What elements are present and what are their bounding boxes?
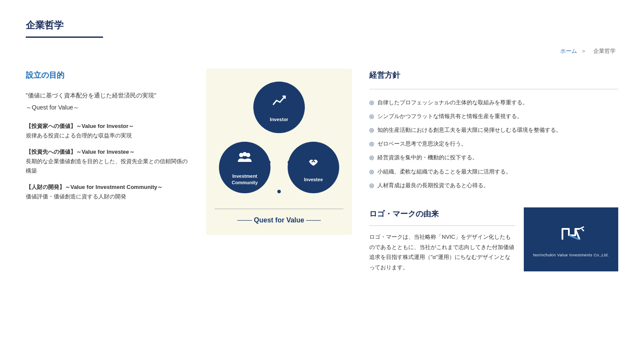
investee-icon [306,153,321,175]
page-wrapper: 企業哲学 ホーム ＞ 企業哲学 設立の目的 "価値に基づく資本配分を通じた経世済… [0,0,644,289]
quest-label: ─── Quest for Value ─── [215,209,343,226]
value-block-1-title: 【投資家への価値】～Value for Investor～ [26,122,189,131]
circle-investor-label: Investor [270,116,289,122]
circle-investee-label: Investee [304,176,323,183]
management-list-item: 経営資源を集中的・機動的に投下する。 [369,153,618,162]
breadcrumb-home[interactable]: ホーム [560,48,577,54]
main-quote: "価値に基づく資本配分を通じた経世済民の実現" [26,91,189,101]
logo-description: ロゴ・マークは、当社略称「NVIC」をデザイン化したものであるとともに、当社がこ… [369,232,515,272]
dot-bottom [277,190,281,193]
logo-image-box: Norinchukin Value Investments Co.,Ltd. [524,207,618,271]
sub-quote: ～Quest for Value～ [26,103,189,113]
logo-section-title: ロゴ・マークの由来 [369,207,515,221]
logo-origin-section: ロゴ・マークの由来 ロゴ・マークは、当社略称「NVIC」をデザイン化したものであ… [369,207,618,272]
page-title: 企業哲学 [26,17,618,33]
circle-investor: Investor [253,82,305,133]
management-list-item: 人材育成は最良の長期投資であると心得る。 [369,181,618,190]
value-block-2-title: 【投資先への価値】～Value for Investee～ [26,147,189,157]
value-block-3-desc: 価値評価・価値創造に資する人財の開発 [26,192,189,201]
svg-line-4 [582,229,584,231]
logo-company-name: Norinchukin Value Investments Co.,Ltd. [533,252,609,259]
diagram-wrapper: Investor InvestmentCommunity [206,69,352,234]
management-list-item: 自律したプロフェッショナルの主体的な取組みを尊重する。 [369,98,618,107]
breadcrumb-separator: ＞ [581,48,586,54]
value-block-investor: 【投資家への価値】～Value for Investor～ 規律ある投資による合… [26,122,189,140]
logo-divider [369,225,515,226]
value-block-3-title: 【人財の開発】～Value for Investment Community～ [26,183,189,192]
value-block-investee: 【投資先への価値】～Value for Investee～ 長期的な企業価値創造… [26,147,189,176]
value-block-1-desc: 規律ある投資による合理的な収益率の実現 [26,131,189,140]
right-column: 経営方針 自律したプロフェッショナルの主体的な取組みを尊重する。シンプルかつフラ… [369,69,618,272]
circle-investee: Investee [288,142,339,193]
circle-community-label: InvestmentCommunity [232,173,258,186]
management-list-item: 小組織、柔軟な組織であることを最大限に活用する。 [369,167,618,176]
value-block-2-desc: 長期的な企業価値創造を目的とした、投資先企業との信頼関係の構築 [26,157,189,176]
founding-section-title: 設立の目的 [26,69,189,82]
title-underline [26,37,103,38]
management-list-item: ゼロベース思考で意思決定を行う。 [369,139,618,149]
management-list-item: シンプルかつフラットな情報共有と情報生産を重視する。 [369,112,618,121]
left-column: 設立の目的 "価値に基づく資本配分を通じた経世済民の実現" ～Quest for… [26,69,189,272]
page-title-area: 企業哲学 [26,17,618,38]
value-block-community: 【人財の開発】～Value for Investment Community～ … [26,183,189,201]
investor-icon [271,93,287,115]
management-section: 経営方針 自律したプロフェッショナルの主体的な取組みを尊重する。シンプルかつフラ… [369,69,618,190]
nvic-logo-symbol [556,220,586,249]
svg-point-2 [243,152,247,156]
circle-community: InvestmentCommunity [219,142,270,193]
svg-line-3 [580,227,584,229]
diagram-circles: Investor InvestmentCommunity [215,82,343,202]
management-list: 自律したプロフェッショナルの主体的な取組みを尊重する。シンプルかつフラットな情報… [369,98,618,190]
management-list-item: 知的生産活動における創意工夫を最大限に発揮せしむる環境を整備する。 [369,125,618,135]
center-column: Investor InvestmentCommunity [206,69,352,272]
community-icon [237,150,252,172]
breadcrumb: ホーム ＞ 企業哲学 [26,46,618,56]
breadcrumb-current: 企業哲学 [593,48,616,54]
logo-text-block: ロゴ・マークの由来 ロゴ・マークは、当社略称「NVIC」をデザイン化したものであ… [369,207,515,272]
management-divider [369,89,618,89]
management-title: 経営方針 [369,69,618,82]
main-content: 設立の目的 "価値に基づく資本配分を通じた経世済民の実現" ～Quest for… [26,69,618,272]
